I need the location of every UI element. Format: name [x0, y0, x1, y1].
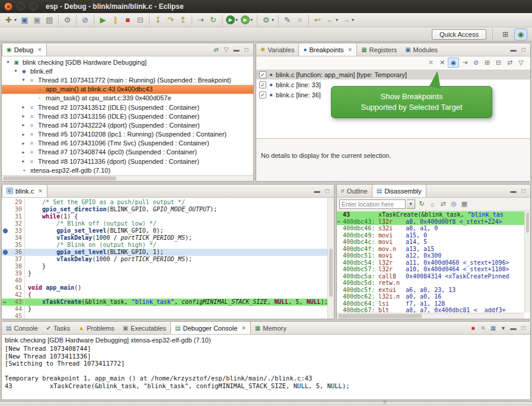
- close-icon[interactable]: ✕: [38, 188, 43, 194]
- tab-variables[interactable]: ✱Variables: [256, 43, 298, 56]
- code-line[interactable]: →43 xTaskCreate(&blink_task, "blink_task…: [2, 299, 327, 306]
- tab-memory[interactable]: ▦Memory: [251, 322, 291, 334]
- code-line[interactable]: 38 }: [2, 263, 327, 270]
- twisty-icon[interactable]: ▸: [20, 113, 27, 119]
- maximize-icon[interactable]: □: [241, 45, 251, 55]
- window-minimize-button[interactable]: [17, 2, 25, 11]
- breakpoint-marker-icon[interactable]: [3, 229, 8, 233]
- console-body[interactable]: blink checking [GDB Hardware Debugging] …: [2, 335, 530, 399]
- quick-access-button[interactable]: Quick Access: [432, 29, 486, 40]
- show-supported-breakpoints-icon[interactable]: ◉: [448, 58, 459, 68]
- location-input[interactable]: [339, 199, 406, 209]
- disassembly-row[interactable]: 400dbc57:l32ra10, 0x400d0464 <_stext+110…: [337, 266, 524, 273]
- disassembly-horizontal-scrollbar[interactable]: [337, 313, 524, 319]
- view-menu-icon[interactable]: ▽: [221, 45, 231, 55]
- debug-tree-item[interactable]: ▸≡Thread #4 1073432224 (dport) (Suspende…: [2, 120, 253, 129]
- debug-horizontal-scrollbar[interactable]: [2, 175, 253, 181]
- code-line[interactable]: 41void app_main(): [2, 284, 327, 291]
- disassembly-row[interactable]: 400dbc4f:mov.na13, a15: [337, 246, 524, 253]
- tab-executables[interactable]: ▣Executables: [119, 322, 170, 334]
- breakpoint-checkbox[interactable]: ✓: [259, 71, 266, 78]
- terminate-icon[interactable]: ■: [122, 14, 134, 26]
- disassembly-row[interactable]: 400dbc62:l32i.na0, a0, 16: [337, 293, 524, 300]
- remove-selected-icon[interactable]: ✕: [425, 58, 437, 68]
- minimize-icon[interactable]: ▬: [231, 45, 241, 55]
- breakpoint-marker-icon[interactable]: [3, 250, 8, 255]
- code-line[interactable]: 31 while(1) {: [2, 213, 327, 220]
- scrollbar-thumb[interactable]: [329, 249, 333, 297]
- minimize-icon[interactable]: ▬: [508, 45, 518, 55]
- editor-vertical-scrollbar[interactable]: [327, 198, 334, 319]
- sync-selection-icon[interactable]: ⇄: [438, 199, 448, 210]
- code-line[interactable]: 37 vTaskDelay(1000 / portTICK_PERIOD_MS)…: [2, 256, 327, 263]
- breakpoint-checkbox[interactable]: ✓: [259, 91, 266, 99]
- new-file-icon[interactable]: ✎: [281, 14, 294, 26]
- disassembly-vertical-scrollbar[interactable]: [524, 211, 530, 313]
- tab-problems[interactable]: ▲Problems: [74, 322, 118, 334]
- scrollbar-thumb[interactable]: [526, 212, 529, 233]
- code-line[interactable]: 44}: [2, 306, 327, 313]
- debug-tree-item[interactable]: →app_main() at blink.c:43 0x400dbc43: [2, 85, 253, 94]
- disassembly-row[interactable]: 400dbc4c:movia14, 5: [337, 239, 524, 246]
- maximize-icon[interactable]: □: [518, 45, 528, 55]
- link-with-debug-icon[interactable]: ⇄: [504, 58, 515, 68]
- show-opcodes-icon[interactable]: ▦: [459, 199, 470, 210]
- open-console-menu-icon[interactable]: ▾: [498, 323, 508, 333]
- minimize-icon[interactable]: ▬: [312, 186, 322, 196]
- disassembly-row[interactable]: 400dbc49:movia15, 0: [337, 232, 524, 239]
- breakpoint-row[interactable]: ✓●blink.c [function: app_main] [type: Te…: [256, 69, 530, 80]
- step-return-icon[interactable]: ↥: [177, 14, 189, 26]
- build-icon[interactable]: ⚙: [61, 14, 74, 26]
- code-line[interactable]: 39}: [2, 270, 327, 277]
- collapse-all-icon[interactable]: ⊟: [493, 58, 504, 68]
- debug-tree-item[interactable]: ▸≡Thread #7 1073408744 (ipc0) (Suspended…: [2, 148, 253, 157]
- expand-all-icon[interactable]: ⊞: [482, 58, 493, 68]
- tab-outline[interactable]: ≡Outline: [337, 185, 372, 197]
- remove-launch-icon[interactable]: ✕: [478, 323, 488, 333]
- new-menu-icon[interactable]: ▾: [12, 14, 18, 26]
- save-icon[interactable]: ▣: [18, 14, 31, 26]
- tab-debug[interactable]: ◉Debug✕: [2, 43, 47, 56]
- debug-tree-item[interactable]: ▫main_task() at cpu_start.c:339 0x400d05…: [2, 94, 253, 103]
- tab-tasks[interactable]: ✔Tasks: [42, 322, 75, 334]
- close-icon[interactable]: ✕: [348, 47, 353, 53]
- close-icon[interactable]: ✕: [37, 47, 42, 53]
- tab-registers[interactable]: ▦Registers: [357, 43, 401, 56]
- debug-menu-icon[interactable]: ▾: [234, 14, 240, 26]
- code-line[interactable]: 34 vTaskDelay(1000 / portTICK_PERIOD_MS)…: [2, 234, 327, 242]
- debug-perspective-button[interactable]: ◉: [514, 28, 527, 40]
- resume-icon[interactable]: ▶: [97, 14, 109, 26]
- terminate-icon[interactable]: ■: [468, 323, 478, 333]
- debug-tree-item[interactable]: ▾◆blink.elf: [2, 66, 253, 75]
- debug-tree-item[interactable]: ▸≡Thread #6 1073431096 (Tmr Svc) (Suspen…: [2, 139, 253, 148]
- code-line[interactable]: 36 gpio_set_level(BLINK_GPIO, 1);: [2, 249, 327, 256]
- close-icon[interactable]: ✕: [241, 325, 246, 331]
- disassembly-row[interactable]: 400dbc5f:extuia6, a0, 23, 13: [337, 287, 524, 294]
- scrollbar-thumb[interactable]: [3, 176, 116, 180]
- debug-tree-item[interactable]: ▾▣blink checking [GDB Hardware Debugging…: [2, 58, 253, 66]
- twisty-icon[interactable]: ▾: [20, 77, 27, 83]
- disassembly-row[interactable]: →400dbc43:l32ra8, 0x400d00f8 <_stext+224…: [337, 218, 524, 226]
- tab-debugger-console[interactable]: ▤Debugger Console✕: [170, 322, 251, 334]
- tab-disassembly[interactable]: ▤Disassembly: [372, 185, 426, 197]
- disassembly-row[interactable]: 400dbc64:lsif7, a1, 128: [337, 300, 524, 307]
- breakpoint-checkbox[interactable]: ✓: [259, 81, 266, 88]
- twisty-icon[interactable]: ▸: [20, 150, 27, 155]
- save-all-icon[interactable]: ▣: [31, 14, 43, 26]
- code-line[interactable]: 29 /* Set the GPIO as a push/pull output…: [2, 199, 327, 206]
- debug-tree-item[interactable]: ▾≡Thread #1 1073411772 (main : Running) …: [2, 75, 253, 84]
- step-into-icon[interactable]: ↧: [152, 14, 164, 26]
- window-maximize-button[interactable]: [29, 2, 37, 11]
- skip-all-icon[interactable]: ⊘: [470, 58, 482, 68]
- tab-blink-c[interactable]: Cblink.c✕: [2, 185, 47, 197]
- minimize-icon[interactable]: ▬: [508, 323, 518, 333]
- maximize-icon[interactable]: □: [322, 186, 332, 196]
- minimize-icon[interactable]: ▬: [508, 186, 518, 196]
- code-line[interactable]: 33 gpio_set_level(BLINK_GPIO, 0);: [2, 227, 327, 234]
- code-editor[interactable]: 29 /* Set the GPIO as a push/pull output…: [2, 198, 327, 319]
- back-menu-icon[interactable]: ▾: [334, 14, 340, 26]
- instruction-stepping-icon[interactable]: ⇢: [195, 14, 207, 26]
- disassembly-row[interactable]: 400dbc54:l32ra11, 0x400d0460 <_stext+109…: [337, 259, 524, 267]
- last-edit-location-icon[interactable]: ↩: [311, 14, 324, 26]
- search-icon[interactable]: ○: [294, 14, 306, 26]
